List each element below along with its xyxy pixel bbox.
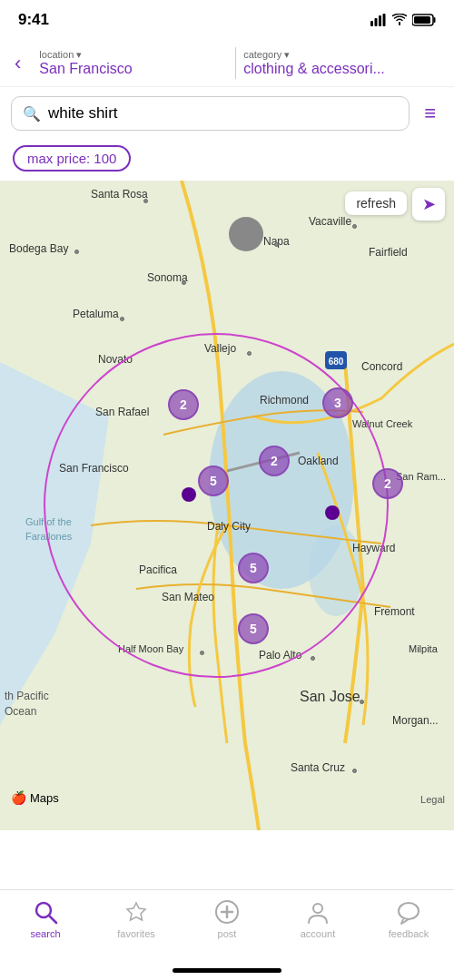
status-icons (370, 14, 436, 26)
svg-rect-0 (370, 21, 373, 26)
header: ‹ location ▾ San Francisco category ▾ cl… (0, 40, 454, 87)
current-location-pin (229, 217, 263, 251)
apple-logo: 🍎 (11, 790, 26, 805)
svg-point-21 (399, 903, 419, 919)
maps-text: Maps (30, 791, 59, 805)
price-filter: max price: 100 (0, 140, 454, 181)
svg-marker-16 (127, 903, 145, 920)
svg-rect-2 (379, 15, 381, 26)
dot-vallejo (247, 351, 252, 356)
wifi-icon (392, 14, 407, 26)
location-label: location ▾ (39, 49, 228, 61)
cluster-pin-5a[interactable]: 5 (198, 466, 229, 496)
price-badge[interactable]: max price: 100 (13, 145, 131, 172)
nav-account-label: account (301, 928, 336, 939)
location-arrow-icon: ➤ (422, 194, 436, 214)
account-nav-icon (305, 899, 331, 925)
header-filters: location ▾ San Francisco category ▾ clot… (32, 47, 439, 79)
cluster-pin-2b[interactable]: 2 (259, 446, 290, 476)
map-refresh-button[interactable]: refresh (345, 191, 407, 215)
svg-text:680: 680 (329, 357, 344, 367)
status-bar: 9:41 (0, 0, 454, 40)
dot-half-moon-bay (200, 651, 204, 655)
svg-line-15 (49, 916, 56, 923)
category-filter[interactable]: category ▾ clothing & accessori... (236, 47, 439, 79)
nav-favorites-label: favorites (117, 928, 155, 939)
search-input[interactable] (48, 104, 398, 122)
svg-point-20 (313, 904, 322, 913)
location-filter[interactable]: location ▾ San Francisco (32, 47, 236, 79)
svg-rect-6 (414, 16, 430, 24)
dot-napa (274, 242, 279, 247)
svg-rect-1 (375, 18, 378, 26)
search-bar-container: 🔍 ≡ (0, 87, 454, 140)
nav-favorites[interactable]: favorites (100, 899, 173, 939)
dot-sonoma (182, 280, 186, 285)
dot-vacaville (352, 224, 357, 229)
signal-icon (370, 14, 387, 26)
nav-account[interactable]: account (281, 899, 354, 939)
nav-post-label: post (218, 928, 237, 939)
search-input-wrapper[interactable]: 🔍 (11, 96, 410, 131)
nav-search[interactable]: search (9, 899, 82, 939)
svg-rect-5 (434, 17, 436, 23)
legal-text: Legal (420, 794, 445, 805)
single-pin-2[interactable] (325, 505, 340, 520)
search-icon: 🔍 (23, 105, 41, 122)
status-time: 9:41 (18, 11, 49, 29)
dot-palo-alto (311, 656, 315, 661)
cluster-pin-2c[interactable]: 2 (372, 468, 403, 499)
favorites-nav-icon (123, 899, 149, 925)
bottom-nav: search favorites post account feedback (0, 889, 454, 980)
battery-icon (412, 14, 436, 26)
map-background: 680 (0, 181, 454, 830)
search-nav-icon (33, 899, 58, 925)
cluster-pin-5c[interactable]: 5 (238, 613, 269, 644)
map-container[interactable]: 680 refresh ➤ 2 3 2 5 2 5 5 Santa Rosa V… (0, 181, 454, 830)
category-label: category ▾ (243, 49, 432, 61)
svg-rect-3 (383, 14, 386, 26)
location-value: San Francisco (39, 61, 228, 77)
cluster-pin-5b[interactable]: 5 (238, 553, 269, 583)
menu-icon[interactable]: ≡ (417, 98, 443, 129)
location-button[interactable]: ➤ (412, 188, 445, 220)
apple-maps-badge: 🍎 Maps (11, 790, 59, 805)
nav-post[interactable]: post (191, 899, 263, 939)
nav-feedback-label: feedback (389, 928, 429, 939)
cluster-pin-3[interactable]: 3 (322, 387, 353, 418)
home-indicator (173, 968, 281, 973)
dot-santa-rosa (143, 199, 148, 203)
single-pin-1[interactable] (182, 487, 196, 502)
post-nav-icon (214, 899, 240, 925)
dot-san-jose (360, 700, 364, 704)
dot-petaluma (120, 317, 124, 321)
back-button[interactable]: ‹ (15, 52, 21, 75)
category-value: clothing & accessori... (243, 61, 432, 77)
dot-santa-cruz (352, 769, 357, 773)
cluster-pin-2a[interactable]: 2 (168, 389, 199, 420)
feedback-nav-icon (396, 899, 421, 925)
nav-feedback[interactable]: feedback (372, 899, 445, 939)
nav-search-label: search (30, 928, 60, 939)
dot-bodega-bay (74, 250, 79, 254)
